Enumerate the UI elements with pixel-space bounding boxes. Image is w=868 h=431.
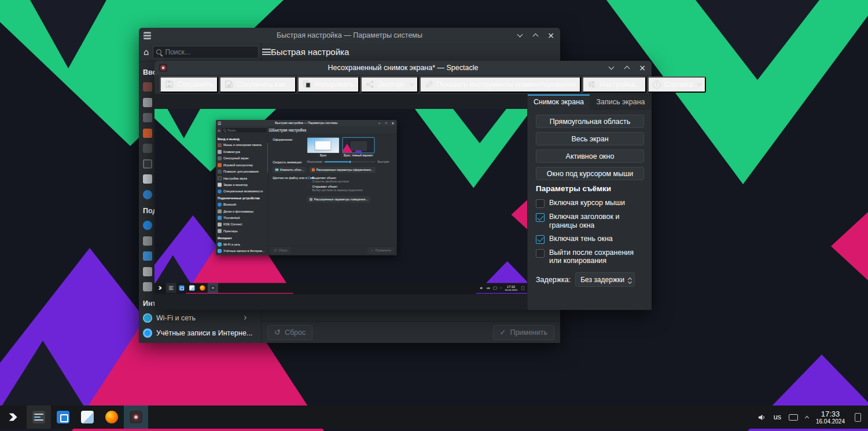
checkbox-icon[interactable] [536,235,545,244]
page-title: Быстрая настройка [262,47,349,57]
sidebar-item-wifi[interactable]: Wi-Fi и сеть [139,311,261,326]
reset-icon: ↺ [274,328,281,337]
option-include-titlebar[interactable]: Включая заголовок и границы окна [536,213,644,230]
titlebar[interactable]: Быстрая настройка — Параметры системы × [139,28,560,43]
option-include-pointer[interactable]: Включая курсор мыши [536,199,644,208]
sound-icon [218,176,222,180]
tab-screenshot[interactable]: Снимок экрана [528,94,590,109]
list-item: Wi-Fi и сеть [216,241,269,247]
display-icon[interactable] [789,414,798,421]
save-as-button[interactable]: Сохранить как... [219,76,296,93]
firefox-icon [105,411,118,423]
minimize-button[interactable] [516,32,523,39]
tray-expand-icon[interactable] [805,416,809,420]
system-settings-task-button[interactable] [27,406,51,429]
chevron-down-icon [697,81,701,85]
volume-icon[interactable] [757,413,766,422]
annotate-button[interactable]: Показать инструменты комментирования [420,76,581,93]
disks-icon [143,236,152,246]
save-button[interactable]: Сохранить [160,76,218,93]
drawing-tablet-icon [218,170,222,174]
preview-sidebar: Ввод и вывод Мышь и сенсорная панель Кла… [216,134,269,255]
clock[interactable]: 17:33 16.04.2024 [816,410,845,425]
delay-label: Задержка: [536,276,571,284]
settings-footer: ↺Сброс ✓Применить [262,321,560,343]
kde-connect-icon [218,222,222,227]
minimize-button[interactable] [608,64,615,71]
checkbox-icon[interactable] [536,213,545,222]
chevron-down-icon [517,32,523,38]
minimize-icon [378,122,381,125]
capture-full-screen-button[interactable]: Весь экран [536,132,644,145]
spectacle-window: Несохраненный снимок экрана* — Spectacle… [155,61,652,310]
capture-window-under-cursor-button[interactable]: Окно под курсором мыши [536,167,644,180]
launcher-icon [6,410,21,425]
dolphin-task-button[interactable] [75,406,100,429]
configure-button[interactable]: Настройка... [582,76,646,93]
checkbox-icon[interactable] [536,199,545,208]
option-quit-after-save[interactable]: Выйти после сохранения или копирования [536,249,644,266]
preview-titlebar: Быстрая настройка — Параметры системы × [216,120,397,126]
panel-edge-button[interactable] [855,413,861,422]
gamepad-icon [143,129,152,138]
titlebar[interactable]: Несохраненный снимок экрана* — Spectacle… [155,61,652,75]
list-item: Сенсорный экран [216,155,269,162]
tab-recording[interactable]: Запись экрана [590,94,652,109]
keyboard-layout-indicator[interactable]: us [774,413,781,421]
checkbox-icon[interactable] [536,249,545,258]
preview-settings-window: Быстрая настройка — Параметры системы × … [216,120,397,255]
sidebar-item-online-accounts[interactable]: Учётные записи в Интерне... [139,326,261,341]
help-button[interactable]: ? Справка [648,76,706,93]
tray-expand-icon [500,287,502,289]
close-button[interactable]: × [547,32,554,39]
close-button[interactable]: × [639,64,646,71]
apply-button[interactable]: ✓Применить [493,325,555,340]
spectacle-icon [130,411,142,423]
maximize-icon [385,122,388,125]
save-as-icon [225,80,233,89]
taskbar: us 17:33 16.04.2024 [0,406,868,429]
preview-desktop: Быстрая настройка — Параметры системы × … [155,109,527,294]
copy-button[interactable]: Копировать [297,76,359,93]
maximize-button[interactable] [532,32,539,39]
list-item: Экран и монитор [216,181,269,188]
reset-button[interactable]: ↺Сброс [267,325,312,340]
capture-active-window-button[interactable]: Активное окно [536,149,644,163]
list-item: Планшет для рисования [216,169,269,175]
spectacle-task-button[interactable] [124,406,148,429]
scrollbar [267,143,268,173]
animation-speed-slider: Медленная Быстрая [307,160,389,163]
display-icon [143,174,152,184]
advanced-appearance-button: Расширенные параметры оформления... [310,167,376,173]
launcher-icon [155,283,166,293]
chevron-right-icon [242,316,247,320]
screenshot-preview: Быстрая настройка — Параметры системы × … [155,109,527,294]
preview-search-input [227,129,266,132]
list-item: Настройка звука [216,175,269,181]
wallpaper-shape [512,200,527,229]
search-input[interactable] [165,48,255,56]
spectacle-toolbar: Сохранить Сохранить как... Копировать Эк… [155,75,652,94]
accessibility-icon [218,189,222,193]
online-accounts-icon [143,328,152,338]
option-include-shadow[interactable]: Включая тень окна [536,235,644,244]
wifi-icon [218,242,222,246]
list-item: Игровой контроллер [216,162,269,168]
capture-rectangular-region-button[interactable]: Прямоугольная область [536,115,644,128]
apply-button: ✓Применить [368,247,395,254]
home-button[interactable]: ⌂ [144,46,149,59]
preview-settings-header: ⌂ Быстрая настройка [216,126,397,134]
keyboard-layout-indicator: us [487,286,490,290]
configure-icon [587,80,596,89]
maximize-button[interactable] [623,64,630,71]
list-item: Мышь и сенсорная панель [216,142,269,148]
launcher-button[interactable] [0,406,27,429]
gear-icon [310,198,312,201]
firefox-task-button[interactable] [100,406,124,429]
discover-task-button[interactable] [51,406,75,429]
search-icon [156,49,163,56]
touchscreen-icon [218,156,222,160]
delay-spinbox[interactable]: Без задержки [575,272,635,287]
search-box[interactable] [153,46,259,59]
export-button[interactable]: Экспорт [361,76,418,93]
